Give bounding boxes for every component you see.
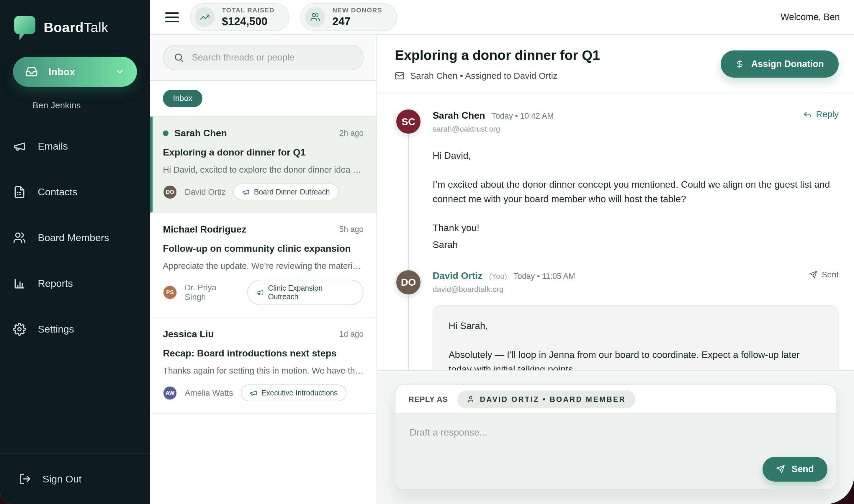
gear-icon	[13, 323, 26, 336]
thread-list-panel: Inbox Sarah Chen 2h ago Exploring a dono…	[150, 35, 377, 504]
composer-card: REPLY AS DAVID ORTIZ • BOARD MEMBER	[395, 384, 836, 490]
thread-assignee: David Ortiz	[185, 187, 225, 197]
send-label: Send	[792, 464, 814, 474]
stat-value: 247	[332, 15, 382, 28]
thread-subject: Exploring a donor dinner for Q1	[163, 147, 364, 158]
reply-button[interactable]: Reply	[803, 109, 839, 119]
message-time: Today • 10:42 AM	[492, 111, 554, 121]
boardtalk-logo-icon	[14, 15, 36, 40]
sender-email: david@boardtalk.org	[433, 285, 839, 294]
thread-item-sarah-chen[interactable]: Sarah Chen 2h ago Exploring a donor dinn…	[150, 116, 377, 213]
campaign-tag[interactable]: Executive Introductions	[241, 384, 346, 401]
avatar: AW	[163, 386, 177, 400]
sidebar-item-label: Settings	[38, 323, 74, 335]
brand-name: BoardTalk	[44, 19, 108, 35]
sidebar-item-label: Contacts	[38, 186, 77, 198]
avatar: PS	[163, 285, 177, 300]
sidebar-item-reports[interactable]: Reports	[0, 260, 150, 306]
chevron-down-icon	[115, 67, 125, 76]
reply-arrow-icon	[803, 110, 812, 119]
hamburger-menu-icon[interactable]	[165, 10, 179, 25]
message-sender: David Ortiz	[433, 270, 483, 281]
thread-item-jessica-liu[interactable]: Jessica Liu 1d ago Recap: Board introduc…	[150, 318, 377, 414]
thread-time: 5h ago	[339, 225, 364, 234]
unread-dot	[163, 130, 168, 136]
thread-preview: Appreciate the update. We’re reviewing t…	[163, 261, 364, 271]
inbox-filter-badge[interactable]: Inbox	[163, 90, 202, 107]
message-time: Today • 11:05 AM	[513, 272, 575, 281]
welcome-text: Welcome, Ben	[781, 12, 840, 22]
users-icon	[13, 231, 26, 244]
paper-plane-icon	[776, 465, 785, 474]
thread-preview: Thanks again for setting this in motion.…	[163, 366, 364, 376]
megaphone-icon	[256, 289, 264, 296]
sidebar-item-label: Board Members	[38, 232, 109, 244]
campaign-tag-label: Clinic Expansion Outreach	[268, 284, 355, 301]
reply-as-label: REPLY AS	[408, 395, 448, 404]
reply-identity-label: DAVID ORTIZ • BOARD MEMBER	[480, 395, 625, 404]
envelope-icon	[395, 71, 404, 80]
boardtalk-app-window: BoardTalk Inbox Ben Jenkins Emails	[0, 0, 854, 504]
sidebar-item-settings[interactable]: Settings	[0, 306, 150, 352]
campaign-tag-label: Board Dinner Outreach	[254, 188, 330, 196]
inbox-icon	[25, 66, 38, 78]
campaign-tag[interactable]: Clinic Expansion Outreach	[247, 280, 364, 305]
you-tag: (You)	[489, 272, 507, 281]
search-box[interactable]	[163, 45, 364, 70]
conversation-title: Exploring a donor dinner for Q1	[395, 47, 600, 63]
message-thread: SC Sarah Chen Today • 10:42 AM	[377, 93, 854, 370]
sidebar-item-label: Reports	[38, 278, 73, 289]
bar-chart-icon	[13, 277, 26, 290]
thread-subject: Follow-up on community clinic expansion	[163, 243, 364, 254]
avatar: SC	[395, 108, 422, 135]
thread-assignee: Dr. Priya Singh	[185, 283, 240, 302]
thread-assignee: Amelia Watts	[185, 388, 233, 398]
stat-value: $124,500	[222, 15, 274, 28]
sidebar-item-label: Emails	[38, 141, 68, 152]
sidebar-subitem-ben-jenkins[interactable]: Ben Jenkins	[0, 87, 150, 113]
send-button[interactable]: Send	[763, 457, 828, 482]
megaphone-icon	[242, 188, 250, 196]
sidebar-item-contacts[interactable]: Contacts	[0, 169, 150, 215]
assign-donation-button[interactable]: Assign Donation	[721, 51, 839, 78]
assign-donation-label: Assign Donation	[751, 59, 824, 69]
stat-total-raised: TOTAL RAISED $124,500	[190, 3, 289, 31]
megaphone-icon	[250, 389, 257, 397]
sent-status: Sent	[809, 270, 839, 280]
sidebar-item-inbox[interactable]: Inbox	[13, 57, 137, 87]
trending-up-icon	[195, 7, 215, 27]
search-icon	[174, 52, 184, 63]
megaphone-icon	[13, 140, 26, 153]
message-sender: Sarah Chen	[433, 110, 485, 121]
sidebar-item-label: Inbox	[49, 66, 75, 78]
composer-section: REPLY AS DAVID ORTIZ • BOARD MEMBER	[377, 370, 854, 504]
avatar: DO	[395, 269, 422, 296]
message-david-ortiz: DO David Ortiz (You) Today • 11:05 AM	[395, 269, 839, 370]
thread-sender: Sarah Chen	[175, 128, 227, 139]
search-section	[150, 35, 377, 81]
reply-identity-pill[interactable]: DAVID ORTIZ • BOARD MEMBER	[457, 390, 635, 408]
thread-time: 1d ago	[339, 330, 364, 339]
search-input[interactable]	[192, 52, 353, 63]
stat-new-donors: NEW DONORS 247	[301, 3, 397, 31]
sidebar: BoardTalk Inbox Ben Jenkins Emails	[0, 0, 150, 504]
thread-sender: Jessica Liu	[163, 329, 214, 340]
sidebar-item-board-members[interactable]: Board Members	[0, 215, 150, 260]
conversation-header: Exploring a donor dinner for Q1 Sarah Ch…	[377, 35, 854, 93]
message-sarah-chen: SC Sarah Chen Today • 10:42 AM	[395, 108, 839, 252]
stat-label: NEW DONORS	[332, 6, 382, 14]
document-icon	[13, 186, 26, 199]
brand-logo: BoardTalk	[0, 0, 150, 57]
campaign-tag[interactable]: Board Dinner Outreach	[233, 183, 339, 200]
sign-out-button[interactable]: Sign Out	[0, 453, 150, 504]
avatar: DO	[163, 185, 177, 199]
paper-plane-icon	[809, 271, 817, 279]
thread-sender: Michael Rodriguez	[163, 224, 247, 235]
log-out-icon	[19, 473, 31, 485]
sidebar-nav: Emails Contacts Board Members Reports	[0, 123, 150, 352]
users-icon	[305, 7, 325, 27]
stat-label: TOTAL RAISED	[222, 6, 274, 14]
sidebar-item-emails[interactable]: Emails	[0, 123, 150, 169]
thread-time: 2h ago	[339, 129, 364, 138]
thread-item-michael-rodriguez[interactable]: Michael Rodriguez 5h ago Follow-up on co…	[150, 213, 377, 318]
